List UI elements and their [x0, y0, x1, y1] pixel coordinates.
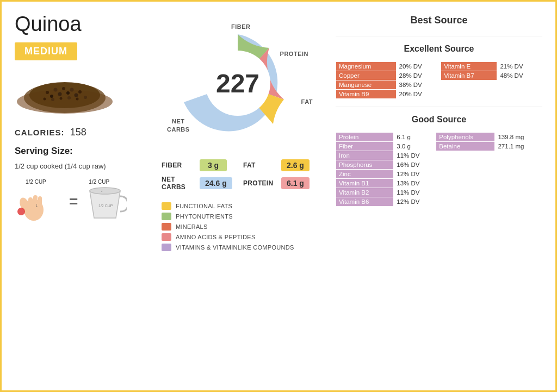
- excellent-source-table: Magnesium 20% DV Vitamin E 21% DV Copper…: [336, 61, 542, 99]
- legend-minerals: MINERALS: [162, 223, 314, 231]
- good-fiber-val: 3.0 g: [394, 142, 436, 151]
- donut-label-fat: FAT: [301, 98, 313, 105]
- svg-text:1/2 CUP: 1/2 CUP: [98, 204, 113, 208]
- svg-point-5: [62, 87, 65, 90]
- svg-point-3: [46, 91, 49, 94]
- serving-desc: 1/2 cup cooked (1/4 cup raw): [15, 162, 140, 170]
- exc-copper-val: 28% DV: [397, 71, 441, 80]
- macro-fiber-label: FIBER: [162, 161, 195, 169]
- good-vitaminb6-val: 12% DV: [394, 197, 436, 206]
- good-vitaminb1-val: 13% DV: [394, 179, 436, 188]
- good-row-1: Protein 6.1 g Polyphenols 139.8 mg: [336, 133, 542, 141]
- good-betaine-val: 271.1 mg: [495, 142, 542, 151]
- good-row-8: Vitamin B6 12% DV: [336, 197, 542, 206]
- svg-rect-21: [28, 197, 33, 207]
- phytonutrients-swatch: [162, 213, 171, 220]
- svg-point-10: [66, 91, 70, 95]
- cup-area: 1/2 CUP 1/2 CUP ↓: [83, 180, 132, 223]
- exc-copper: Copper: [336, 71, 396, 80]
- good-empty-6: [436, 197, 494, 206]
- good-empty-val-6: [495, 197, 542, 206]
- macro-fat-label: FAT: [243, 161, 277, 169]
- macro-fiber: FIBER 3 g: [162, 159, 232, 171]
- vitamins-label: VITAMINS & VITAMINLIKE COMPOUNDS: [176, 244, 294, 251]
- good-iron: Iron: [336, 151, 393, 160]
- good-iron-val: 11% DV: [394, 151, 436, 160]
- legend: FUNCTIONAL FATS PHYTONUTRIENTS MINERALS …: [162, 202, 314, 251]
- macro-protein: PROTEIN 6.1 g: [243, 176, 314, 191]
- svg-point-20: [17, 208, 25, 215]
- good-empty-val-5: [495, 188, 542, 197]
- macro-protein-label: PROTEIN: [243, 179, 277, 187]
- left-column: Quinoa MEDIUM: [15, 13, 140, 379]
- good-row-4: Phosphorus 16% DV: [336, 160, 542, 169]
- svg-text:↓: ↓: [35, 202, 38, 208]
- hand-area: 1/2 CUP ↓: [15, 180, 64, 223]
- divider-2: [336, 107, 542, 107]
- svg-point-16: [76, 98, 79, 101]
- exc-magnesium: Magnesium: [336, 62, 396, 71]
- good-phosphorus-val: 16% DV: [394, 160, 436, 169]
- svg-point-11: [75, 94, 78, 97]
- exc-vitaminb7: Vitamin B7: [441, 71, 497, 80]
- exc-magnesium-val: 20% DV: [397, 62, 441, 71]
- macro-netcarbs-value: 24.6 g: [200, 177, 232, 189]
- hand-icon: ↓: [15, 180, 58, 223]
- serving-title: Serving Size:: [15, 146, 140, 157]
- good-zinc: Zinc: [336, 170, 393, 178]
- exc-empty-val-2: [497, 90, 542, 98]
- minerals-label: MINERALS: [176, 223, 208, 230]
- exc-vitamine-val: 21% DV: [497, 62, 542, 71]
- main-container: Quinoa MEDIUM: [2, 2, 555, 390]
- good-fiber: Fiber: [336, 142, 393, 151]
- minerals-swatch: [162, 223, 171, 231]
- exc-row-1: Magnesium 20% DV Vitamin E 21% DV: [336, 62, 542, 71]
- exc-row-2: Copper 28% DV Vitamin B7 48% DV: [336, 71, 542, 80]
- good-empty-val-4: [495, 179, 542, 188]
- svg-point-2: [29, 82, 100, 108]
- macro-netcarbs: NETCARBS 24.6 g: [162, 176, 232, 191]
- calories-row: CALORIES: 158: [15, 127, 140, 138]
- svg-point-14: [60, 97, 63, 100]
- svg-text:↓: ↓: [101, 188, 103, 193]
- divider-1: [336, 36, 542, 36]
- macro-fat: FAT 2.6 g: [243, 159, 314, 171]
- svg-rect-23: [38, 196, 42, 207]
- phytonutrients-label: PHYTONUTRIENTS: [176, 213, 233, 220]
- donut-center-value: 227: [216, 69, 259, 98]
- good-row-2: Fiber 3.0 g Betaine 271.1 mg: [336, 142, 542, 151]
- good-row-5: Zinc 12% DV: [336, 170, 542, 178]
- macro-fiber-value: 3 g: [200, 159, 227, 171]
- exc-empty-val-1: [497, 80, 542, 89]
- right-column: Best Source Excellent Source Magnesium 2…: [336, 13, 542, 379]
- exc-vitaminb9-val: 20% DV: [397, 90, 441, 98]
- good-empty-val-3: [495, 170, 542, 178]
- equals-sign: =: [69, 193, 78, 210]
- amino-acids-label: AMINO ACIDS & PEPTIDES: [176, 234, 256, 240]
- calories-label: CALORIES:: [15, 128, 65, 137]
- good-empty-2: [436, 160, 494, 169]
- good-empty-1: [436, 151, 494, 160]
- exc-row-3: Manganese 38% DV: [336, 80, 542, 89]
- svg-point-8: [50, 95, 53, 98]
- exc-manganese-val: 38% DV: [397, 80, 441, 89]
- exc-empty-2: [441, 90, 497, 98]
- good-row-6: Vitamin B1 13% DV: [336, 179, 542, 188]
- macro-netcarbs-label: NETCARBS: [162, 176, 195, 191]
- excellent-source-title: Excellent Source: [336, 44, 542, 54]
- donut-label-netcarbs: NET CARBS: [167, 117, 190, 133]
- svg-point-4: [54, 88, 58, 92]
- good-row-3: Iron 11% DV: [336, 151, 542, 160]
- good-phosphorus: Phosphorus: [336, 160, 393, 169]
- exc-vitaminb7-val: 48% DV: [497, 71, 542, 80]
- functional-fats-swatch: [162, 202, 171, 210]
- exc-empty-1: [441, 80, 497, 89]
- exc-manganese: Manganese: [336, 80, 396, 89]
- good-empty-3: [436, 170, 494, 178]
- donut-label-fiber: FIBER: [231, 23, 251, 30]
- vitamins-swatch: [162, 244, 171, 251]
- functional-fats-label: FUNCTIONAL FATS: [176, 203, 232, 209]
- svg-point-17: [84, 96, 87, 99]
- good-protein: Protein: [336, 133, 393, 141]
- legend-phytonutrients: PHYTONUTRIENTS: [162, 213, 314, 220]
